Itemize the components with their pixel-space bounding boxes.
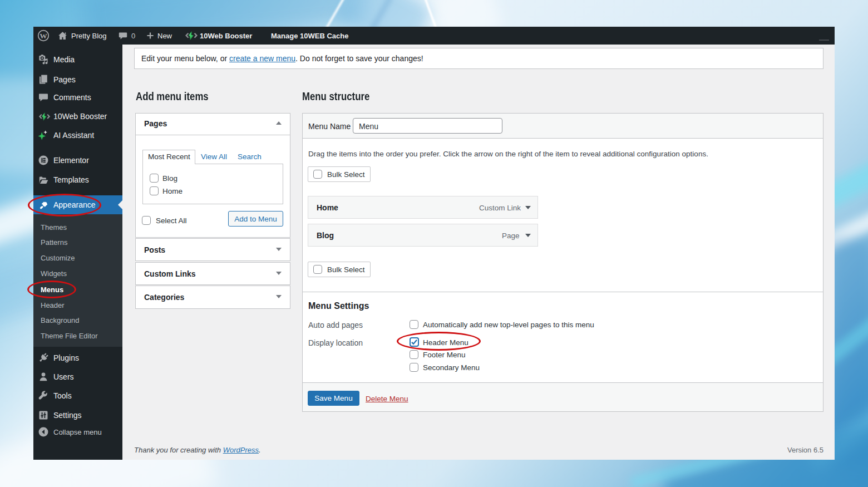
svg-text:W: W — [40, 32, 47, 40]
